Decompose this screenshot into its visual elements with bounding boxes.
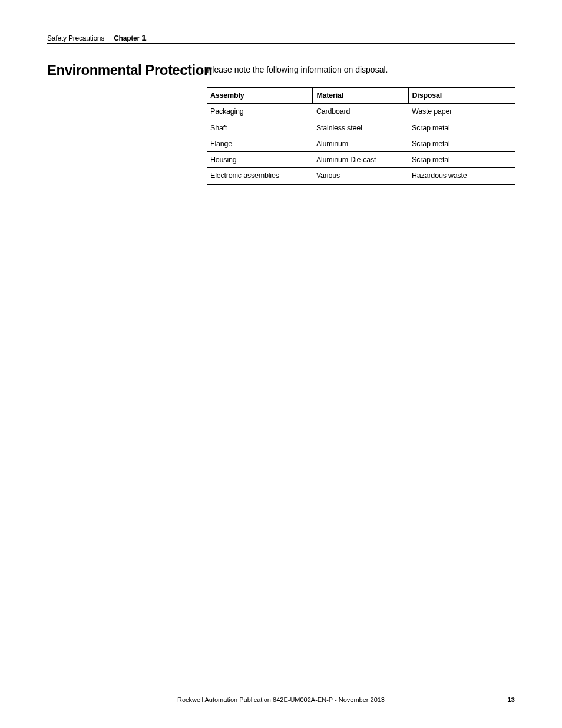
section-title: Environmental Protection: [47, 62, 212, 78]
page-footer: Rockwell Automation Publication 842E-UM0…: [47, 696, 515, 703]
cell-material: Aluminum Die-cast: [313, 152, 408, 168]
cell-disposal: Scrap metal: [408, 120, 515, 136]
cell-assembly: Shaft: [207, 120, 313, 136]
page-number: 13: [507, 696, 515, 703]
table-row: Flange Aluminum Scrap metal: [207, 136, 515, 151]
table-header-row: Assembly Material Disposal: [207, 88, 515, 104]
cell-assembly: Housing: [207, 152, 313, 168]
cell-material: Cardboard: [313, 104, 408, 120]
cell-assembly: Electronic assemblies: [207, 168, 313, 184]
cell-material: Aluminum: [313, 136, 408, 151]
header-chapter-label: Chapter: [114, 34, 140, 42]
cell-disposal: Hazardous waste: [408, 168, 515, 184]
table-header-disposal: Disposal: [408, 88, 515, 104]
cell-disposal: Scrap metal: [408, 152, 515, 168]
cell-material: Various: [313, 168, 408, 184]
cell-disposal: Waste paper: [408, 104, 515, 120]
cell-material: Stainless steel: [313, 120, 408, 136]
footer-publication: Rockwell Automation Publication 842E-UM0…: [177, 696, 385, 703]
disposal-table: Assembly Material Disposal Packaging Car…: [207, 87, 515, 185]
cell-disposal: Scrap metal: [408, 136, 515, 151]
cell-assembly: Flange: [207, 136, 313, 151]
header-chapter-number: 1: [141, 32, 146, 42]
table-header-material: Material: [313, 88, 408, 104]
page-header: Safety Precautions Chapter 1: [47, 32, 515, 44]
body-text: Please note the following information on…: [207, 65, 388, 74]
header-section-name: Safety Precautions: [47, 34, 104, 42]
table-row: Housing Aluminum Die-cast Scrap metal: [207, 152, 515, 168]
table-row: Electronic assemblies Various Hazardous …: [207, 168, 515, 184]
header-chapter: Chapter 1: [114, 32, 146, 42]
table-row: Shaft Stainless steel Scrap metal: [207, 120, 515, 136]
cell-assembly: Packaging: [207, 104, 313, 120]
table-header-assembly: Assembly: [207, 88, 313, 104]
table-row: Packaging Cardboard Waste paper: [207, 104, 515, 120]
